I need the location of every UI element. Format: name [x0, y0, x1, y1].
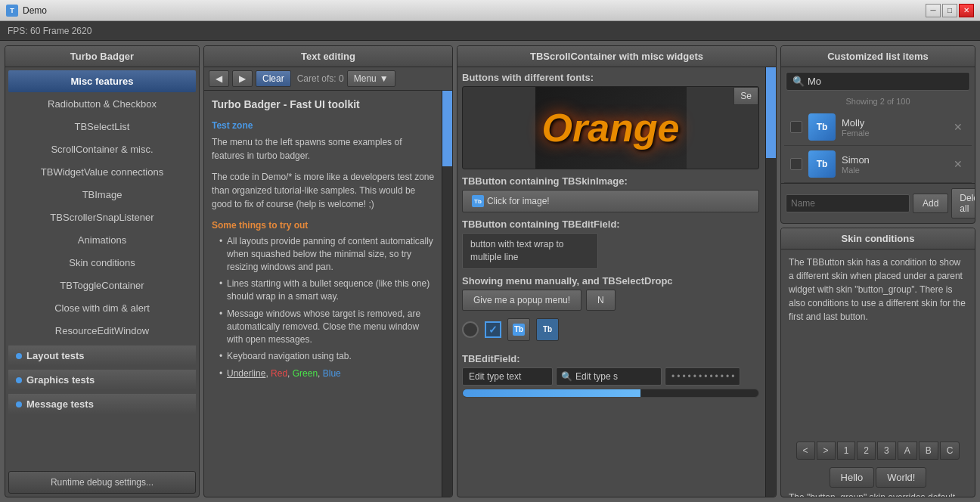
sidebar-section-graphics-label: Graphics tests: [26, 374, 95, 386]
list-checkbox-1[interactable]: [790, 121, 802, 133]
delete-molly-button[interactable]: ✕: [951, 119, 966, 135]
tbedit-section: TBEditField: 🔍 ••••••••••••: [462, 353, 759, 398]
sidebar-title: Turbo Badger: [5, 46, 199, 67]
name-input[interactable]: [786, 194, 910, 212]
btn-group-2[interactable]: 2: [857, 442, 876, 460]
password-field[interactable]: ••••••••••••: [665, 367, 740, 386]
menu-arrow-icon: ▼: [380, 73, 389, 84]
close-button[interactable]: ✕: [959, 4, 974, 17]
buttons-font-section: Buttons with different fonts: Orange Se: [462, 72, 759, 169]
delete-all-button[interactable]: Delete all: [951, 188, 975, 218]
search-icon-list: 🔍: [792, 76, 805, 87]
world-button[interactable]: World!: [876, 467, 926, 488]
next-button-tb[interactable]: N: [586, 290, 616, 311]
sidebar-item-tbwidgetvalue[interactable]: TBWidgetValue connections: [8, 161, 196, 183]
click-image-button[interactable]: Tb Click for image!: [462, 190, 759, 212]
right-column: Customized list items 🔍 Showing 2 of 100…: [780, 45, 975, 497]
sidebar-item-tbscrollersnap[interactable]: TBScrollerSnapListener: [8, 206, 196, 228]
multi-line-button[interactable]: button with text wrap to multiple line: [462, 233, 598, 269]
popup-menu-button[interactable]: Give me a popup menu!: [462, 290, 581, 311]
clear-button[interactable]: Clear: [256, 70, 291, 87]
para2: The code in Demo/* is more like a develo…: [212, 170, 436, 211]
sidebar-section-layout-label: Layout tests: [26, 350, 85, 361]
orange-button[interactable]: Orange: [535, 87, 687, 169]
menu-section: Showing menu manually, and TBSelectDropc…: [462, 275, 759, 344]
sidebar-item-tbselectlist[interactable]: TBSelectList: [8, 116, 196, 138]
fps-counter: FPS: 60 Frame 2620: [8, 26, 91, 36]
list-item-info-molly: Molly Female: [842, 117, 944, 138]
content-title: Turbo Badger - Fast UI toolkit: [212, 97, 436, 113]
main-content: Turbo Badger Misc features Radiobutton &…: [0, 41, 980, 502]
next-button[interactable]: ▶: [232, 70, 253, 87]
btn-group-lt[interactable]: <: [796, 442, 815, 460]
maximize-button[interactable]: □: [942, 4, 957, 17]
add-button[interactable]: Add: [913, 194, 948, 213]
hello-button[interactable]: Hello: [830, 467, 875, 488]
text-editing-title: Text editing: [204, 46, 452, 67]
list-checkbox-2[interactable]: [790, 158, 802, 170]
custom-list-panel: Customized list items 🔍 Showing 2 of 100…: [780, 45, 975, 224]
status-bar: FPS: 60 Frame 2620: [0, 21, 980, 41]
sidebar-nav: Misc features Radiobutton & Checkbox TBS…: [5, 67, 199, 468]
buttons-label: Buttons with different fonts:: [462, 72, 759, 83]
delete-simon-button[interactable]: ✕: [951, 156, 966, 172]
edit-field-label: TBButton containing TBEditField:: [462, 218, 759, 230]
sidebar-section-graphics[interactable]: Graphics tests: [8, 370, 196, 390]
checkbox-1[interactable]: ✓: [485, 321, 501, 338]
edit-field-row: button with text wrap to multiple line: [462, 233, 759, 269]
orange-button-container: Orange Se: [462, 86, 759, 169]
edit-field-section: TBButton containing TBEditField: button …: [462, 218, 759, 269]
skin-conditions-text: The TBButton skin has a condition to sho…: [781, 249, 975, 437]
search-input[interactable]: [575, 371, 636, 382]
underline-text: Underline: [227, 368, 265, 379]
skin-text-2-container: The "button_group" skin overrides defaul…: [781, 491, 975, 497]
btn-group-3[interactable]: 3: [877, 442, 896, 460]
btn-group-gt[interactable]: >: [817, 442, 836, 460]
edit-type-search-field[interactable]: 🔍: [556, 367, 662, 386]
prev-button[interactable]: ◀: [209, 70, 229, 87]
some-things-label: Some things to try out: [212, 218, 436, 232]
search-bar[interactable]: 🔍: [786, 72, 970, 91]
sidebar-item-skin-conditions[interactable]: Skin conditions: [8, 252, 196, 274]
sidebar-item-tbimage[interactable]: TBImage: [8, 184, 196, 206]
sidebar-item-tbtoggle[interactable]: TBToggleContainer: [8, 274, 196, 296]
item-name-simon: Simon: [842, 154, 944, 166]
bullet-1: All layouts provide panning of content a…: [219, 235, 436, 273]
sidebar-section-layout[interactable]: Layout tests: [8, 346, 196, 366]
skin-conditions-panel: Skin conditions The TBButton skin has a …: [780, 228, 975, 497]
text-scrollbar[interactable]: [442, 91, 452, 497]
sidebar-item-radiobutton[interactable]: Radiobutton & Checkbox: [8, 93, 196, 115]
sidebar-item-scrollcontainer[interactable]: ScrollContainer & misc.: [8, 138, 196, 160]
menu-dropdown[interactable]: Menu ▼: [347, 70, 395, 87]
btn-group-1[interactable]: 1: [837, 442, 856, 460]
btn-group-a[interactable]: A: [898, 442, 917, 460]
edit-type-text-field[interactable]: [462, 367, 553, 386]
se-button[interactable]: Se: [733, 87, 758, 105]
window-title: Demo: [23, 5, 921, 16]
sidebar-item-misc-features[interactable]: Misc features: [8, 70, 196, 92]
sidebar-item-close-dim[interactable]: Close with dim & alert: [8, 297, 196, 319]
runtime-debug-button[interactable]: Runtime debug settings...: [8, 471, 196, 494]
list-item: Tb Molly Female ✕: [784, 109, 972, 146]
sidebar-item-animations[interactable]: Animations: [8, 229, 196, 251]
sidebar-item-resourceedit[interactable]: ResourceEditWindow: [8, 320, 196, 342]
text-content-area[interactable]: Turbo Badger - Fast UI toolkit Test zone…: [204, 91, 452, 497]
tbedit-label: TBEditField:: [462, 353, 759, 364]
minimize-button[interactable]: ─: [926, 4, 941, 17]
radio-button-1[interactable]: [462, 321, 479, 338]
progress-bar: [462, 389, 759, 398]
icon-button-tb1[interactable]: Tb: [507, 318, 530, 341]
skin-image-section: TBButton containing TBSkinImage: Tb Clic…: [462, 175, 759, 212]
list-item-info-simon: Simon Male: [842, 154, 944, 175]
tbscroll-scroll-thumb: [766, 67, 776, 158]
tbscroll-scrollbar[interactable]: [765, 67, 776, 497]
skin-conditions-title: Skin conditions: [781, 228, 975, 249]
avatar-molly: Tb: [808, 113, 836, 141]
item-gender-simon: Male: [842, 166, 944, 175]
app-icon: T: [6, 5, 18, 17]
btn-group-b[interactable]: B: [919, 442, 938, 460]
search-input-list[interactable]: [808, 76, 963, 87]
icon-button-tb2[interactable]: Tb: [536, 318, 559, 341]
btn-group-c[interactable]: C: [940, 442, 960, 460]
sidebar-section-message[interactable]: Message tests: [8, 394, 196, 414]
